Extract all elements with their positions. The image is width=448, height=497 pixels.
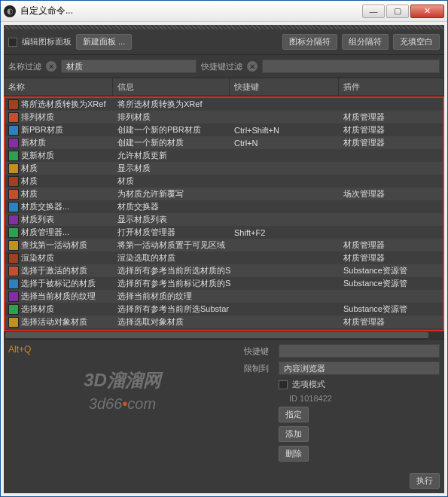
clear-shortcut-filter-icon[interactable]: ✕ bbox=[247, 61, 258, 72]
window-title: 自定义命令... bbox=[20, 5, 362, 17]
row-info: 选择当前材质的纹理 bbox=[114, 290, 231, 303]
table-row[interactable]: 选择于被标记的材质选择所有参考当前标记材质的SSubstance资源管 bbox=[5, 277, 443, 290]
shortcut-filter-label: 快捷键过滤 bbox=[201, 61, 242, 72]
row-plugin bbox=[340, 232, 443, 233]
row-shortcut bbox=[231, 168, 340, 169]
column-info[interactable]: 信息 bbox=[113, 78, 230, 96]
row-plugin bbox=[340, 155, 443, 157]
column-name[interactable]: 名称 bbox=[4, 78, 113, 96]
row-plugin: Substance资源管 bbox=[340, 303, 443, 316]
icon-separator-button[interactable]: 图标分隔符 bbox=[282, 34, 337, 50]
row-icon bbox=[8, 266, 19, 276]
table-row[interactable]: 渲染材质渲染选取的材质材质管理器 bbox=[5, 252, 443, 264]
row-shortcut bbox=[231, 283, 340, 285]
scrollbar-thumb[interactable] bbox=[5, 332, 428, 338]
row-name: 选择当前材质的纹理 bbox=[21, 291, 96, 302]
column-plugin[interactable]: 插件 bbox=[339, 78, 444, 96]
id-text: ID 1018422 bbox=[244, 394, 440, 403]
row-plugin bbox=[340, 168, 443, 169]
row-icon bbox=[8, 304, 19, 315]
table-row[interactable]: 更新材质允许材质更新 bbox=[5, 149, 443, 162]
row-name: 材质交换器... bbox=[21, 201, 69, 212]
row-info: 创建一个新的材质 bbox=[114, 136, 231, 149]
row-info: 将第一活动材质置于可见区域 bbox=[114, 239, 231, 252]
row-plugin: 材质管理器 bbox=[340, 316, 443, 328]
group-separator-button[interactable]: 组分隔符 bbox=[342, 34, 389, 50]
row-icon bbox=[8, 138, 19, 148]
row-info: 显示材质列表 bbox=[114, 213, 231, 226]
window-buttons: — ▢ ✕ bbox=[362, 5, 444, 18]
row-shortcut bbox=[231, 194, 340, 195]
table-row[interactable]: 材质为材质允许新覆写场次管理器 bbox=[5, 188, 443, 200]
watermark-line2: 3d66•com bbox=[8, 395, 236, 413]
limit-to-input[interactable] bbox=[279, 361, 440, 375]
row-name: 新材质 bbox=[21, 137, 46, 148]
row-info: 将所选材质转换为XRef bbox=[114, 98, 231, 111]
row-shortcut bbox=[231, 245, 340, 246]
row-info: 允许材质更新 bbox=[114, 149, 231, 162]
column-shortcut[interactable]: 快捷键 bbox=[230, 78, 339, 96]
table-row[interactable]: 将所选材质转换为XRef将所选材质转换为XRef bbox=[5, 98, 443, 111]
row-icon bbox=[8, 227, 19, 238]
minimize-button[interactable]: — bbox=[362, 5, 385, 18]
maximize-button[interactable]: ▢ bbox=[386, 5, 409, 18]
fill-blank-button[interactable]: 充填空白 bbox=[393, 34, 440, 50]
row-icon bbox=[8, 202, 19, 212]
shortcut-filter-input[interactable] bbox=[262, 59, 440, 73]
watermark-line1: 3D溜溜网 bbox=[8, 368, 236, 392]
new-panel-button[interactable]: 新建面板 ... bbox=[76, 34, 132, 50]
row-shortcut bbox=[231, 258, 340, 259]
window: ◐ 自定义命令... — ▢ ✕ 编辑图标面板 新建面板 ... 图标分隔符 组… bbox=[0, 0, 448, 497]
row-name: 材质 bbox=[21, 163, 38, 174]
table-row[interactable]: 材质列表显示材质列表 bbox=[5, 213, 443, 226]
row-info: 选择所有参考当前所选Substar bbox=[114, 303, 231, 316]
horizontal-scrollbar[interactable] bbox=[4, 331, 444, 339]
row-shortcut bbox=[231, 206, 340, 208]
edit-icon-panel-checkbox[interactable] bbox=[8, 38, 17, 47]
row-shortcut bbox=[231, 104, 340, 105]
clear-name-filter-icon[interactable]: ✕ bbox=[46, 61, 56, 72]
option-mode-checkbox[interactable] bbox=[279, 380, 288, 389]
table-row[interactable]: 选择材质选择所有参考当前所选SubstarSubstance资源管 bbox=[5, 303, 443, 316]
row-info: 材质 bbox=[114, 175, 231, 188]
table-row[interactable]: 材质显示材质 bbox=[5, 162, 443, 175]
shortcut-input[interactable] bbox=[279, 344, 440, 358]
close-button[interactable]: ✕ bbox=[410, 5, 444, 18]
limit-to-label: 限制到 bbox=[244, 363, 274, 374]
delete-button[interactable]: 删除 bbox=[279, 446, 309, 462]
table-row[interactable]: 新材质创建一个新的材质Ctrl+N材质管理器 bbox=[5, 136, 443, 149]
name-filter-label: 名称过滤 bbox=[8, 61, 41, 72]
table-row[interactable]: 选择当前材质的纹理选择当前材质的纹理 bbox=[5, 290, 443, 303]
add-button[interactable]: 添加 bbox=[279, 426, 309, 442]
row-name: 更新材质 bbox=[21, 150, 54, 161]
row-info: 渲染选取的材质 bbox=[114, 252, 231, 264]
row-icon bbox=[8, 279, 19, 289]
execute-button[interactable]: 执行 bbox=[410, 473, 440, 489]
row-icon bbox=[8, 99, 19, 110]
titlebar[interactable]: ◐ 自定义命令... — ▢ ✕ bbox=[1, 1, 447, 22]
table-row[interactable]: 排列材质排列材质材质管理器 bbox=[5, 111, 443, 123]
row-name: 材质 bbox=[21, 175, 38, 187]
row-plugin bbox=[340, 104, 443, 105]
table-row[interactable]: 选择活动对象材质选择选取对象材质材质管理器 bbox=[5, 316, 443, 328]
row-name: 排列材质 bbox=[21, 111, 54, 123]
row-plugin bbox=[340, 206, 443, 208]
row-plugin: 材质管理器 bbox=[340, 123, 443, 136]
row-plugin: 材质管理器 bbox=[340, 252, 443, 264]
table-row[interactable]: 新PBR材质创建一个新的PBR材质Ctrl+Shift+N材质管理器 bbox=[5, 123, 443, 136]
row-name: 材质 bbox=[21, 188, 38, 200]
table-body[interactable]: 将所选材质转换为XRef将所选材质转换为XRef排列材质排列材质材质管理器新PB… bbox=[4, 96, 444, 331]
name-filter-input[interactable] bbox=[61, 59, 197, 73]
bottom-panel: Alt+Q 3D溜溜网 3d66•com 快捷键 限制到 选项模式 bbox=[4, 339, 444, 493]
table-row[interactable]: 材质管理器...打开材质管理器Shift+F2 bbox=[5, 226, 443, 239]
table-row[interactable]: 选择于激活的材质选择所有参考当前所选材质的SSubstance资源管 bbox=[5, 264, 443, 277]
row-plugin bbox=[340, 296, 443, 297]
row-icon bbox=[8, 125, 19, 136]
assign-button[interactable]: 指定 bbox=[279, 407, 309, 422]
table-row[interactable]: 查找第一活动材质将第一活动材质置于可见区域材质管理器 bbox=[5, 239, 443, 252]
table-row[interactable]: 材质交换器...材质交换器 bbox=[5, 200, 443, 213]
row-info: 排列材质 bbox=[114, 111, 231, 123]
app-icon: ◐ bbox=[4, 5, 16, 17]
table-row[interactable]: 材质材质 bbox=[5, 175, 443, 188]
row-shortcut: Ctrl+Shift+N bbox=[231, 125, 340, 136]
